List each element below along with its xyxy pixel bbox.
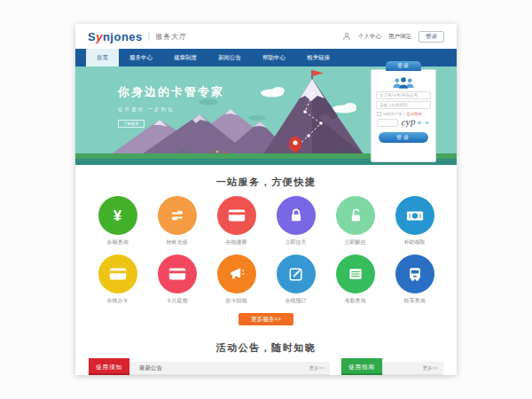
service-item: 补助领取 <box>395 196 434 246</box>
hero-text-block: 你身边的卡管专家 提供捷径 一步到位 了解更多 <box>118 84 224 129</box>
card-icon[interactable] <box>158 254 197 293</box>
announcements-left-column: 使用须知 最新公告 更多>> <box>89 362 330 375</box>
services-title: 一站服务，方便快捷 <box>75 176 457 189</box>
megaphone-icon[interactable] <box>217 254 256 293</box>
bus-icon[interactable] <box>395 254 434 293</box>
hero-banner: 你身边的卡管专家 提供捷径 一步到位 了解更多 登录 记住用户名 | 忘记密码 <box>75 66 457 165</box>
services-row-1: ¥ 余额查询 转账充值 在线缴费 立即挂失 <box>75 196 457 246</box>
list-icon[interactable] <box>336 254 375 293</box>
user-icon <box>342 32 351 41</box>
captcha-refresh-link[interactable]: 换一张 <box>418 121 429 125</box>
forgot-password-link[interactable]: 忘记密码 <box>407 112 422 116</box>
logo-divider: | <box>148 32 150 41</box>
tab-latest-announcements[interactable]: 最新公告 <box>139 364 162 372</box>
remember-checkbox[interactable] <box>377 112 381 116</box>
hero-cta-button[interactable]: 了解更多 <box>118 120 145 128</box>
password-input[interactable] <box>376 101 431 109</box>
hero-title: 你身边的卡管专家 <box>118 84 224 100</box>
card-icon[interactable] <box>217 196 256 235</box>
personal-center-link[interactable]: 个人中心 <box>358 33 381 41</box>
service-item: 在线办卡 <box>98 254 137 305</box>
tab-usage-notes[interactable]: 使用须知 <box>89 358 129 375</box>
unlock-icon[interactable] <box>336 196 375 235</box>
service-item: 转账充值 <box>158 196 197 246</box>
logo-accent-mark: y <box>96 30 103 43</box>
page: Synjones | 服务大厅 个人中心 用户绑定 登录 首页 服务中心 规章制… <box>75 24 457 375</box>
users-icon <box>387 76 419 90</box>
announcements-title: 活动公告，随时知晓 <box>75 341 457 355</box>
service-item: ¥ 余额查询 <box>98 196 137 246</box>
announcements-right-column: 使用指南 更多>> <box>341 362 443 375</box>
captcha-image[interactable]: cyp <box>401 118 416 129</box>
service-item: 在线缴费 <box>217 196 256 246</box>
lock-icon[interactable] <box>277 196 316 235</box>
more-link-right[interactable]: 更多>> <box>423 365 438 372</box>
portal-title: 服务大厅 <box>155 32 187 42</box>
login-row-divider: | <box>403 112 404 116</box>
transfer-icon[interactable] <box>158 196 197 235</box>
banknote-icon[interactable] <box>395 196 434 235</box>
service-item: 在线预订 <box>277 254 316 305</box>
more-services-button[interactable]: 更多服务>> <box>239 313 293 325</box>
captcha-input[interactable] <box>377 119 398 127</box>
login-submit-button[interactable]: 登录 <box>379 132 428 143</box>
login-tab[interactable]: 登录 <box>386 61 421 71</box>
service-item: 校车查询 <box>395 254 434 305</box>
remember-label: 记住用户名 <box>383 112 402 116</box>
services-section: 一站服务，方便快捷 ¥ 余额查询 转账充值 在线缴费 <box>75 165 457 325</box>
more-link-left[interactable]: 更多>> <box>309 365 325 372</box>
announcements-section: 活动公告，随时知晓 使用须知 最新公告 更多>> 使用指南 更多>> <box>75 336 457 375</box>
login-panel: 登录 记住用户名 | 忘记密码 cyp 换一张 登录 <box>371 69 436 162</box>
top-login-button[interactable]: 登录 <box>419 31 444 43</box>
announcements-left-tabbar: 使用须知 最新公告 更多>> <box>89 362 330 375</box>
service-item: 考勤查询 <box>336 254 375 305</box>
hero-subtitle: 提供捷径 一步到位 <box>118 106 224 113</box>
brand-logo[interactable]: Synjones <box>88 30 143 43</box>
tab-user-guide[interactable]: 使用指南 <box>341 358 382 375</box>
service-item: 立即解挂 <box>336 196 375 246</box>
top-bar: Synjones | 服务大厅 个人中心 用户绑定 登录 <box>75 24 457 49</box>
user-bind-link[interactable]: 用户绑定 <box>388 33 411 41</box>
announcements-right-tabbar: 使用指南 更多>> <box>341 362 443 375</box>
account-input[interactable] <box>376 91 431 99</box>
card-icon[interactable] <box>98 254 137 293</box>
service-item: 拾卡招领 <box>217 254 256 305</box>
service-item: 卡片延期 <box>158 254 197 305</box>
yen-icon[interactable]: ¥ <box>98 196 137 235</box>
service-item: 立即挂失 <box>277 196 316 246</box>
edit-icon[interactable] <box>277 254 316 293</box>
services-row-2: 在线办卡 卡片延期 拾卡招领 在线预订 <box>75 254 457 305</box>
